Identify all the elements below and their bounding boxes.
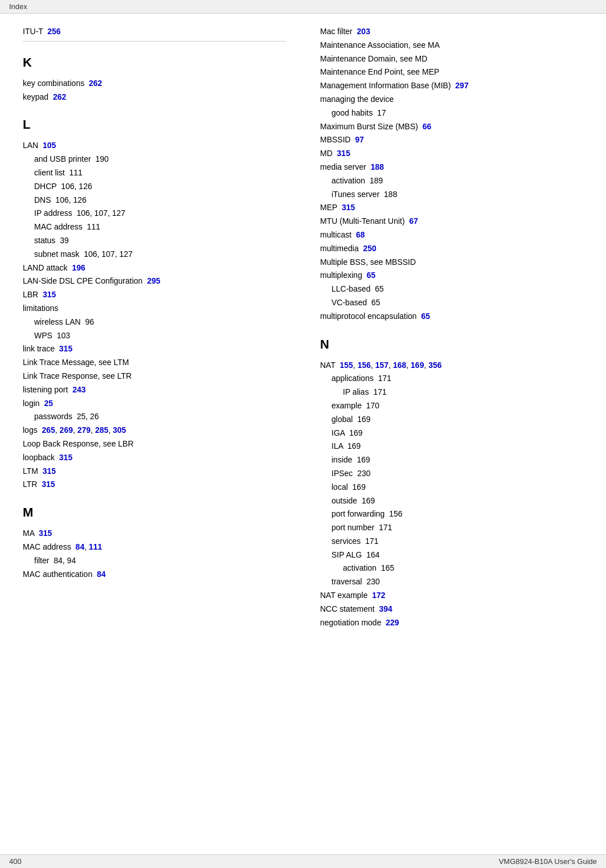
page-link[interactable]: 243 <box>72 385 85 394</box>
page-link[interactable]: 262 <box>53 92 66 101</box>
page-link[interactable]: 315 <box>42 480 55 489</box>
section-letter: M <box>23 505 286 520</box>
page-link[interactable]: 165 <box>381 563 394 572</box>
page-link[interactable]: 84 <box>76 542 85 551</box>
page-link[interactable]: 315 <box>342 203 355 212</box>
page-link[interactable]: 169 <box>357 415 370 424</box>
page-link[interactable]: 105 <box>43 141 56 150</box>
page-link[interactable]: 106 <box>84 249 97 259</box>
page-link[interactable]: 127 <box>119 249 132 259</box>
page-link[interactable]: 126 <box>79 182 92 191</box>
page-link[interactable]: 315 <box>43 290 56 299</box>
page-link[interactable]: 97 <box>355 135 364 144</box>
page-link[interactable]: 250 <box>363 244 376 253</box>
page-link[interactable]: 17 <box>377 108 386 117</box>
page-link[interactable]: 265 <box>42 425 55 435</box>
sub-term: WPS <box>34 331 52 340</box>
page-link[interactable]: 189 <box>370 176 383 185</box>
page-link[interactable]: 65 <box>367 271 376 280</box>
page-link[interactable]: 285 <box>95 425 108 435</box>
page-link[interactable]: 156 <box>358 361 371 370</box>
page-link[interactable]: 169 <box>357 455 370 464</box>
entry-term: MTU (Multi-Tenant Unit) <box>320 216 405 226</box>
page-title: Index <box>9 2 27 11</box>
page-link[interactable]: 169 <box>347 441 361 451</box>
page-link[interactable]: 168 <box>393 361 406 370</box>
page-link[interactable]: 315 <box>43 466 56 476</box>
sub-term: ILA <box>331 441 343 451</box>
page-link[interactable]: 256 <box>47 27 60 36</box>
page-link[interactable]: 170 <box>366 401 379 410</box>
page-link[interactable]: 230 <box>357 469 370 478</box>
page-link[interactable]: 196 <box>72 263 85 272</box>
entry-term: LTM <box>23 466 38 476</box>
page-link[interactable]: 39 <box>60 236 69 245</box>
page-link[interactable]: 279 <box>77 425 91 435</box>
page-link[interactable]: 127 <box>112 208 125 218</box>
page-link[interactable]: 111 <box>87 222 100 231</box>
page-link[interactable]: 66 <box>423 122 432 131</box>
page-link[interactable]: 107 <box>101 249 114 259</box>
page-link[interactable]: 230 <box>366 577 379 586</box>
page-link[interactable]: 188 <box>371 162 384 171</box>
page-link[interactable]: 111 <box>89 542 102 551</box>
page-link[interactable]: 157 <box>375 361 388 370</box>
page-link[interactable]: 84 <box>54 556 63 565</box>
page-link[interactable]: 394 <box>379 604 392 613</box>
page-link[interactable]: 25 <box>77 412 86 421</box>
page-link[interactable]: 169 <box>353 482 366 492</box>
entry-term: link trace <box>23 344 55 353</box>
page-link[interactable]: 229 <box>386 618 399 627</box>
page-link[interactable]: 68 <box>356 230 365 239</box>
page-link[interactable]: 106 <box>55 195 68 204</box>
page-link[interactable]: 169 <box>362 496 375 505</box>
page-link[interactable]: 172 <box>372 591 385 600</box>
sub-term: port forwarding <box>331 509 384 518</box>
page-link[interactable]: 164 <box>366 550 379 559</box>
sub-term: IP address <box>34 208 72 218</box>
page-link[interactable]: 107 <box>95 208 108 218</box>
page-link[interactable]: 94 <box>67 556 76 565</box>
page-link[interactable]: 67 <box>409 216 418 226</box>
page-link[interactable]: 269 <box>60 425 73 435</box>
page-link[interactable]: 106 <box>76 208 89 218</box>
page-link[interactable]: 203 <box>357 27 370 36</box>
page-link[interactable]: 305 <box>113 425 126 435</box>
page-link[interactable]: 96 <box>85 317 94 326</box>
page-link[interactable]: 190 <box>95 154 108 163</box>
page-link[interactable]: 171 <box>378 374 391 383</box>
page-link[interactable]: 315 <box>337 149 350 158</box>
page-link[interactable]: 171 <box>373 387 386 396</box>
page-link[interactable]: 169 <box>411 361 424 370</box>
entry-term: NCC statement <box>320 604 375 613</box>
page-link[interactable]: 295 <box>147 276 160 285</box>
page-link[interactable]: 171 <box>365 537 378 546</box>
page-link[interactable]: 171 <box>379 523 392 532</box>
page-link[interactable]: 169 <box>349 428 362 437</box>
sub-entry: DHCP 106, 126 <box>23 180 286 194</box>
page-link[interactable]: 155 <box>340 361 353 370</box>
page-link[interactable]: 106 <box>61 182 74 191</box>
sub-entry: example 170 <box>320 399 583 413</box>
page-link[interactable]: 84 <box>97 570 106 579</box>
page-link[interactable]: 315 <box>59 453 72 462</box>
page-link[interactable]: 188 <box>384 190 397 199</box>
page-link[interactable]: 262 <box>89 79 102 88</box>
page-link[interactable]: 65 <box>421 312 430 321</box>
page-link[interactable]: 315 <box>39 529 52 538</box>
page-link[interactable]: 65 <box>371 298 380 307</box>
page-link[interactable]: 26 <box>90 412 99 421</box>
page-link[interactable]: 111 <box>69 168 82 177</box>
entry-term: limitations <box>23 304 58 313</box>
page-link[interactable]: 126 <box>73 195 86 204</box>
page-link[interactable]: 156 <box>389 509 402 518</box>
page-link[interactable]: 356 <box>428 361 441 370</box>
page-link[interactable]: 103 <box>57 331 70 340</box>
page-link[interactable]: 315 <box>59 344 72 353</box>
entry-term: multicast <box>320 230 351 239</box>
index-entry: Maximum Burst Size (MBS) 66 <box>320 120 583 134</box>
index-entry: media server 188 <box>320 161 583 174</box>
page-link[interactable]: 297 <box>455 81 468 90</box>
page-link[interactable]: 25 <box>44 399 53 408</box>
page-link[interactable]: 65 <box>375 284 384 293</box>
